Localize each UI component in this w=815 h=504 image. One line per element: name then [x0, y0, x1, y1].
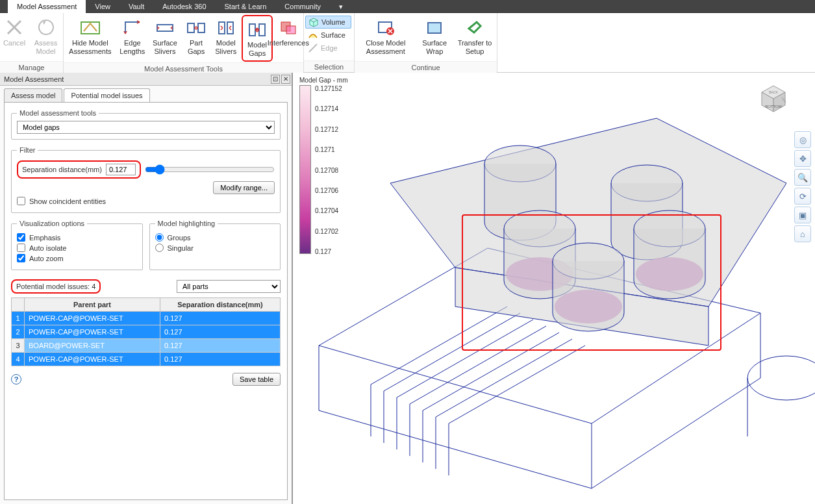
- issues-table: Parent part Separation distance(mm) 1POW…: [11, 297, 281, 366]
- col-sep[interactable]: Separation distance(mm): [160, 298, 280, 312]
- svg-rect-2: [188, 23, 194, 32]
- emphasis-checkbox[interactable]: Emphasis: [17, 233, 137, 242]
- interferences-button[interactable]: Interferences: [273, 14, 303, 61]
- group-label-selection: Selection: [304, 60, 354, 72]
- menu-vault[interactable]: Vault: [119, 0, 153, 13]
- highlight-groups-radio[interactable]: Groups: [155, 233, 275, 242]
- edge-lengths-icon: [122, 17, 143, 38]
- nav-wheel-icon[interactable]: ◎: [794, 131, 811, 148]
- coincident-checkbox[interactable]: Show coincident entities: [17, 197, 275, 205]
- assess-model-icon: [36, 17, 56, 38]
- selection-edge-label: Edge: [321, 44, 338, 52]
- volume-icon: [308, 17, 319, 27]
- transfer-setup-button[interactable]: Transfer to Setup: [453, 14, 497, 61]
- table-row[interactable]: 1POWER-CAP@POWER-SET0.127: [12, 312, 281, 325]
- nav-toolbar: ◎ ✥ 🔍 ⟳ ▣ ⌂: [794, 131, 811, 242]
- save-table-button[interactable]: Save table: [232, 373, 281, 386]
- viewport-highlight-box: [462, 214, 721, 351]
- tab-assess-model[interactable]: Assess model: [4, 88, 62, 102]
- selection-surface-label: Surface: [321, 31, 345, 39]
- group-label-manage: Manage: [0, 61, 63, 73]
- model-slivers-icon: [216, 17, 236, 38]
- viewport-3d[interactable]: Model Gap - mm 0.1271520.127140.127120.1…: [292, 73, 815, 504]
- edge-icon: [308, 43, 318, 53]
- menu-model-assessment[interactable]: Model Assessment: [8, 0, 86, 13]
- panel-pin-icon[interactable]: ⊡: [271, 75, 280, 84]
- filter-legend: Filter: [17, 146, 38, 154]
- ribbon: Cancel Assess Model Manage Hide Model As…: [0, 13, 815, 73]
- auto-zoom-checkbox[interactable]: Auto zoom: [17, 254, 137, 262]
- selection-volume-button[interactable]: Volume: [305, 16, 351, 29]
- table-row[interactable]: 3BOARD@POWER-SET0.127: [12, 339, 281, 353]
- menu-bar: Model Assessment View Vault Autodesk 360…: [0, 0, 815, 13]
- highlight-legend: Model highlighting: [155, 220, 218, 227]
- cancel-icon: [4, 17, 25, 38]
- assess-model-button[interactable]: Assess Model: [29, 14, 63, 61]
- nav-zoom-icon[interactable]: 🔍: [794, 169, 811, 186]
- nav-pan-icon[interactable]: ✥: [794, 150, 811, 167]
- surface-wrap-icon: [424, 17, 445, 38]
- svg-rect-6: [249, 24, 255, 36]
- viewcube[interactable]: BOTTOM BACK LEFT: [754, 79, 792, 117]
- panel-title: Model Assessment: [4, 75, 64, 83]
- menu-start-learn[interactable]: Start & Learn: [216, 0, 276, 13]
- separation-distance-highlight: Separation distance(mm): [17, 160, 141, 179]
- surface-wrap-button[interactable]: Surface Wrap: [417, 14, 453, 61]
- menu-community[interactable]: Community: [275, 0, 330, 13]
- sep-distance-label: Separation distance(mm): [22, 166, 102, 173]
- auto-isolate-checkbox[interactable]: Auto isolate: [17, 244, 137, 252]
- svg-rect-1: [157, 25, 173, 31]
- close-assessment-icon: [375, 17, 396, 38]
- tools-legend: Model assessment tools: [17, 109, 99, 117]
- part-gaps-icon: [186, 17, 207, 38]
- menu-view[interactable]: View: [86, 0, 119, 13]
- modify-range-button[interactable]: Modify range...: [213, 181, 275, 194]
- menu-overflow-icon[interactable]: ▾: [330, 0, 348, 13]
- cancel-button[interactable]: Cancel: [0, 14, 29, 61]
- nav-fullnav-icon[interactable]: ⌂: [794, 225, 811, 242]
- svg-point-13: [747, 356, 815, 400]
- model-slivers-button[interactable]: Model Slivers: [210, 14, 241, 61]
- hide-icon: [75, 17, 106, 38]
- surface-slivers-button[interactable]: Surface Slivers: [148, 14, 182, 61]
- help-icon[interactable]: ?: [11, 374, 21, 384]
- issues-count-highlight: Potential model issues: 4: [11, 279, 101, 294]
- selection-volume-label: Volume: [321, 18, 345, 26]
- svg-rect-4: [219, 22, 225, 34]
- edge-lengths-button[interactable]: Edge Lengths: [117, 14, 148, 61]
- part-gaps-button[interactable]: Part Gaps: [182, 14, 210, 61]
- menu-autodesk360[interactable]: Autodesk 360: [153, 0, 215, 13]
- issues-count-label: Potential model issues: 4: [16, 283, 95, 290]
- surface-icon: [308, 30, 318, 40]
- assessment-tools-select[interactable]: Model gaps: [17, 121, 275, 134]
- selection-edge-button: Edge: [305, 42, 343, 55]
- svg-rect-3: [198, 23, 205, 32]
- model-assessment-panel: Model Assessment ⊡ ✕ Assess model Potent…: [0, 73, 292, 504]
- model-gaps-button[interactable]: Model Gaps: [242, 15, 272, 62]
- col-parent[interactable]: Parent part: [25, 298, 160, 312]
- col-num[interactable]: [12, 298, 25, 312]
- tab-potential-issues[interactable]: Potential model issues: [64, 88, 149, 102]
- group-label-continue: Continue: [355, 61, 497, 73]
- nav-lookat-icon[interactable]: ▣: [794, 207, 811, 223]
- svg-rect-5: [227, 22, 233, 34]
- selection-surface-button[interactable]: Surface: [305, 29, 351, 42]
- panel-close-icon[interactable]: ✕: [281, 75, 290, 84]
- transfer-icon: [464, 17, 485, 38]
- svg-text:BACK: BACK: [769, 90, 778, 94]
- table-row[interactable]: 2POWER-CAP@POWER-SET0.127: [12, 325, 281, 339]
- parts-filter-select[interactable]: All parts: [177, 280, 281, 293]
- svg-rect-12: [428, 23, 441, 33]
- highlight-singular-radio[interactable]: Singular: [155, 244, 275, 252]
- model-gaps-icon: [247, 19, 268, 40]
- sep-distance-slider[interactable]: [145, 164, 275, 175]
- svg-rect-9: [286, 26, 295, 34]
- nav-orbit-icon[interactable]: ⟳: [794, 188, 811, 205]
- table-row[interactable]: 4POWER-CAP@POWER-SET0.127: [12, 353, 281, 366]
- sep-distance-input[interactable]: [106, 164, 136, 175]
- hide-assessments-button[interactable]: Hide Model Assessments: [64, 14, 117, 61]
- close-assessment-button[interactable]: Close Model Assessment: [355, 14, 417, 61]
- svg-rect-7: [259, 24, 265, 36]
- interferences-icon: [278, 17, 299, 38]
- surface-slivers-icon: [155, 17, 175, 38]
